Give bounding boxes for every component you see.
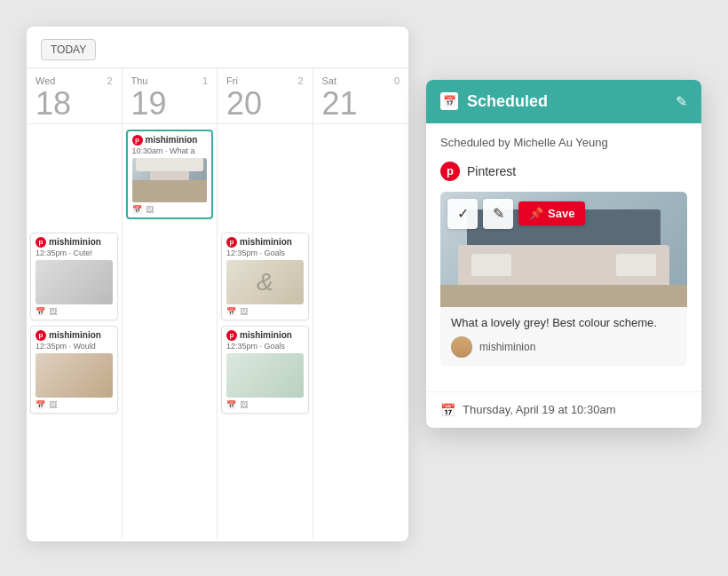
day-name-wed: Wed	[36, 75, 71, 86]
list-item[interactable]: p mishiminion 10:30am · What a	[126, 130, 214, 219]
popup-body: Scheduled by Michelle Au Yeung p Pintere…	[426, 123, 701, 391]
day-count-sat: 0	[394, 75, 400, 86]
pinterest-icon: p	[36, 330, 46, 341]
cal-col-thu: Thu 19 1 p mishiminion 10:30am · What a	[123, 68, 218, 539]
post-user-row: mishiminion	[440, 336, 687, 367]
cal-events-sat	[313, 124, 409, 539]
day-name-sat: Sat	[322, 75, 358, 86]
list-item[interactable]: p mishiminion 12:35pm · Goals & 📅 🖼	[221, 233, 309, 320]
image-icon: 🖼	[49, 307, 57, 316]
event-thumbnail	[132, 158, 208, 202]
day-num-sat: 21	[322, 88, 358, 120]
image-icon: 🖼	[240, 400, 248, 409]
scheduled-popup: 📅 Scheduled ✎ Scheduled by Michelle Au Y…	[426, 80, 701, 428]
pinterest-icon: p	[226, 330, 237, 341]
day-name-fri: Fri	[226, 75, 262, 86]
date-calendar-icon: 📅	[440, 403, 455, 417]
calendar-icon: 📅	[36, 307, 45, 316]
platform-name: Pinterest	[467, 164, 516, 178]
checkmark-icon: ✓	[457, 205, 469, 222]
avatar	[451, 336, 472, 358]
day-name-thu: Thu	[131, 75, 167, 86]
event-time: 12:35pm · Goals	[226, 249, 304, 257]
pencil-icon: ✎	[493, 205, 504, 222]
event-thumbnail: &	[226, 260, 304, 304]
event-user: mishiminion	[49, 237, 101, 247]
day-count-thu: 1	[202, 75, 208, 86]
event-time: 12:35pm · Cute!	[36, 249, 113, 257]
day-header-sat: Sat 21 0	[313, 68, 409, 124]
event-time: 12:35pm · Goals	[226, 342, 304, 351]
cal-col-sat: Sat 21 0	[313, 68, 409, 539]
event-time: 10:30am · What a	[132, 146, 208, 155]
cal-events-wed: p mishiminion 12:35pm · Cute! 📅 🖼	[27, 124, 122, 539]
post-date-row: 📅 Thursday, April 19 at 10:30am	[426, 391, 701, 428]
scheduled-by-text: Scheduled by Michelle Au Yeung	[440, 136, 687, 149]
calendar-grid: Wed 18 2 p mishiminion 12:35pm · Cute!	[27, 68, 408, 539]
list-item[interactable]: p mishiminion 12:35pm · Cute! 📅 🖼	[30, 233, 118, 320]
day-header-wed: Wed 18 2	[27, 68, 122, 124]
user-handle: mishiminion	[479, 341, 535, 353]
cal-events-fri: p mishiminion 12:35pm · Goals & 📅 🖼	[218, 124, 313, 539]
platform-row: p Pinterest	[440, 162, 687, 181]
calendar-header: TODAY	[27, 27, 408, 68]
list-item[interactable]: p mishiminion 12:35pm · Goals 📅 🖼	[221, 326, 309, 414]
popup-header: 📅 Scheduled ✎	[426, 80, 701, 123]
popup-title: Scheduled	[467, 92, 548, 111]
calendar-icon: 📅	[132, 205, 142, 214]
calendar: TODAY Wed 18 2 p	[27, 27, 408, 541]
content-preview-box: ✓ ✎ 📌 Save What a lovely grey! Best colo…	[440, 192, 687, 367]
event-time: 12:35pm · Would	[36, 342, 113, 351]
cal-col-fri: Fri 20 2 p mishiminion 12:35pm · Goals	[218, 68, 313, 539]
pinterest-icon: p	[36, 237, 46, 248]
image-icon: 🖼	[49, 400, 57, 409]
event-user: mishiminion	[49, 330, 101, 340]
edit-icon[interactable]: ✎	[676, 93, 687, 110]
approve-button[interactable]: ✓	[447, 199, 478, 229]
event-user: mishiminion	[240, 330, 292, 340]
post-date-label: Thursday, April 19 at 10:30am	[463, 403, 615, 416]
image-icon: 🖼	[146, 205, 154, 214]
today-button[interactable]: TODAY	[41, 39, 96, 60]
save-button[interactable]: 📌 Save	[518, 201, 585, 225]
event-user: mishiminion	[146, 135, 198, 145]
calendar-icon: 📅	[36, 400, 45, 409]
day-num-thu: 19	[131, 88, 167, 120]
day-count-fri: 2	[297, 75, 303, 86]
day-header-thu: Thu 19 1	[123, 68, 218, 124]
popup-title-area: 📅 Scheduled	[440, 92, 548, 111]
day-count-wed: 2	[107, 75, 112, 86]
calendar-icon: 📅	[226, 400, 236, 409]
pin-icon: 📌	[529, 207, 543, 220]
pinterest-icon: p	[226, 237, 237, 248]
calendar-icon: 📅	[440, 92, 458, 110]
calendar-icon: 📅	[226, 307, 236, 316]
edit-button[interactable]: ✎	[483, 199, 513, 229]
event-thumbnail	[226, 353, 304, 398]
pinterest-icon: p	[132, 135, 143, 146]
day-num-fri: 20	[226, 88, 262, 120]
cal-col-wed: Wed 18 2 p mishiminion 12:35pm · Cute!	[27, 68, 123, 539]
image-icon: 🖼	[240, 307, 248, 316]
day-num-wed: 18	[36, 88, 71, 120]
event-user: mishiminion	[240, 237, 292, 247]
post-image: ✓ ✎ 📌 Save	[440, 192, 687, 307]
pinterest-logo-icon: p	[440, 162, 460, 181]
day-header-fri: Fri 20 2	[218, 68, 313, 124]
image-action-buttons: ✓ ✎ 📌 Save	[447, 199, 585, 229]
event-thumbnail	[36, 353, 113, 398]
save-label: Save	[548, 207, 574, 220]
cal-events-thu: p mishiminion 10:30am · What a	[123, 124, 218, 539]
event-thumbnail	[36, 260, 113, 304]
list-item[interactable]: p mishiminion 12:35pm · Would 📅 🖼	[30, 326, 118, 414]
post-caption: What a lovely grey! Best colour scheme.	[440, 307, 687, 336]
